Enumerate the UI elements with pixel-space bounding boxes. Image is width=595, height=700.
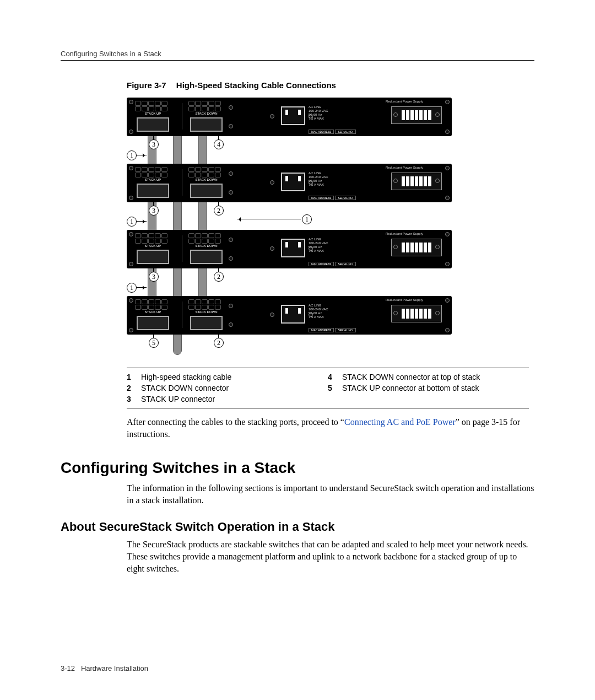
ac-inlet-icon	[281, 239, 305, 257]
page: Configuring Switches in a Stack Figure 3…	[0, 0, 595, 700]
figure-legend: 1High-speed stacking cable 2STACK DOWN c…	[127, 368, 529, 408]
legend-row: 2STACK DOWN connector	[127, 383, 328, 394]
mac-serial-labels: MAC ADDRESSSERIAL NO.	[309, 328, 356, 332]
callout-5: 5	[149, 338, 159, 348]
rps-connector-icon	[391, 173, 442, 190]
callout-2: 2	[214, 338, 224, 348]
paragraph-after-figure: After connecting the cables to the stack…	[127, 416, 534, 440]
stack-down-port: STACK DOWN	[186, 298, 227, 331]
psu-label: Redundant Power Supply	[386, 298, 423, 301]
legend-row: 1High-speed stacking cable	[127, 371, 328, 383]
switch-stack: STACK UP STACK DOWN AC LINE 100-240 VAC …	[127, 98, 452, 362]
psu-label: Redundant Power Supply	[386, 232, 423, 235]
mac-serial-labels: MAC ADDRESSSERIAL NO.	[309, 130, 356, 134]
paragraph: The information in the following section…	[127, 482, 534, 507]
switch-unit: STACK UP STACK DOWN AC LINE 100-240 VAC …	[127, 296, 452, 335]
callout-2: 2	[214, 272, 224, 282]
ac-inlet-icon	[281, 173, 305, 191]
figure-caption: Figure 3-7 High-Speed Stacking Cable Con…	[127, 80, 534, 90]
callout-4: 4	[214, 139, 224, 149]
stack-up-port: STACK UP	[132, 232, 174, 265]
ac-spec: AC LINE 100-240 VAC 50-60 Hz 7.5 A MAX	[309, 105, 328, 121]
psu-label: Redundant Power Supply	[386, 100, 423, 103]
ac-spec: AC LINE 100-240 VAC 50-60 Hz 7.5 A MAX	[309, 304, 328, 319]
psu-label: Redundant Power Supply	[386, 166, 423, 169]
legend-row: 5STACK UP connector at bottom of stack	[328, 383, 529, 394]
ac-spec: AC LINE 100-240 VAC 50-60 Hz 7.5 A MAX	[309, 171, 328, 187]
callout-1: 1	[302, 214, 312, 224]
rps-connector-icon	[391, 305, 442, 322]
link-connecting-power[interactable]: Connecting AC and PoE Power	[344, 417, 456, 427]
switch-unit: STACK UP STACK DOWN AC LINE 100-240 VAC …	[127, 164, 452, 202]
heading-about-securestack: About SecureStack Switch Operation in a …	[61, 520, 534, 534]
ac-inlet-icon	[281, 106, 305, 125]
callout-2: 2	[214, 206, 224, 216]
page-number: 3-12	[61, 664, 75, 672]
stack-down-port: STACK DOWN	[186, 232, 227, 265]
mac-serial-labels: MAC ADDRESSSERIAL NO.	[309, 262, 356, 266]
legend-row: 3STACK UP connector	[127, 394, 328, 405]
rps-connector-icon	[391, 106, 442, 124]
stack-up-port: STACK UP	[132, 100, 174, 133]
mac-serial-labels: MAC ADDRESSSERIAL NO.	[309, 196, 356, 200]
ac-spec: AC LINE 100-240 VAC 50-60 Hz 7.5 A MAX	[309, 238, 328, 253]
figure-number: Figure 3-7	[127, 80, 166, 90]
running-head: Configuring Switches in a Stack	[61, 50, 534, 61]
ac-inlet-icon	[281, 305, 305, 324]
figure-title: High-Speed Stacking Cable Connections	[176, 80, 336, 90]
page-footer: 3-12 Hardware Installation	[61, 664, 148, 672]
switch-unit: STACK UP STACK DOWN AC LINE 100-240 VAC …	[127, 230, 452, 268]
paragraph: The SecureStack products are stackable s…	[127, 539, 534, 575]
footer-title: Hardware Installation	[81, 664, 148, 672]
legend-row: 4STACK DOWN connector at top of stack	[328, 371, 529, 383]
rps-connector-icon	[391, 239, 442, 256]
stack-down-port: STACK DOWN	[186, 166, 227, 199]
switch-unit: STACK UP STACK DOWN AC LINE 100-240 VAC …	[127, 98, 452, 136]
figure: STACK UP STACK DOWN AC LINE 100-240 VAC …	[127, 98, 468, 408]
callout-1: 1	[127, 283, 137, 293]
callout-1: 1	[127, 150, 137, 160]
stack-up-port: STACK UP	[132, 166, 174, 199]
stack-up-port: STACK UP	[132, 298, 174, 331]
stack-down-port: STACK DOWN	[186, 100, 227, 133]
callout-1: 1	[127, 217, 137, 227]
heading-configuring-switches: Configuring Switches in a Stack	[61, 459, 534, 477]
